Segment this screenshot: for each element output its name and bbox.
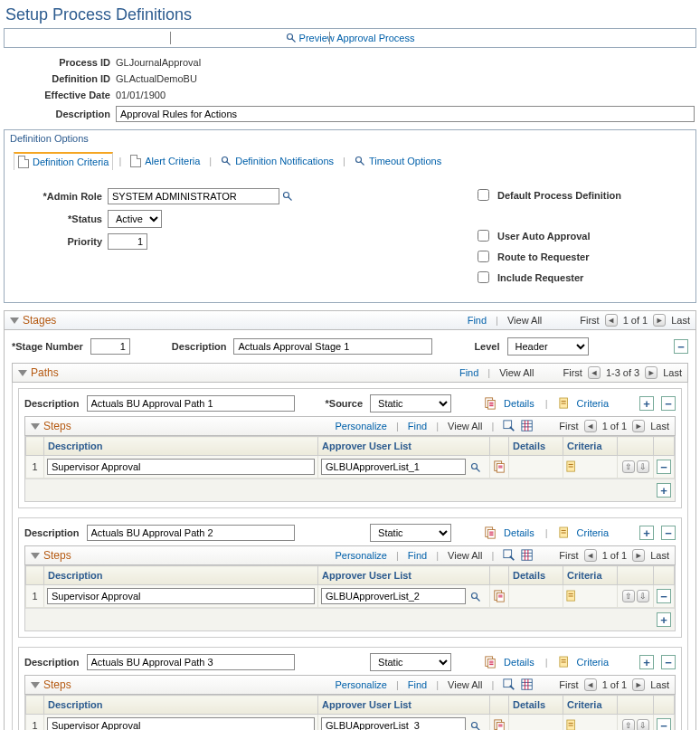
path-details-link[interactable]: Details: [504, 657, 534, 668]
steps-toggle[interactable]: Steps: [31, 549, 71, 562]
step-move-down-button[interactable]: ⇩: [637, 460, 649, 473]
stages-next-button[interactable]: ►: [653, 314, 666, 327]
zoom-icon[interactable]: [503, 420, 516, 432]
path-description-input[interactable]: [87, 525, 295, 541]
step-add-button[interactable]: +: [657, 483, 671, 498]
approver-lookup-icon[interactable]: [470, 721, 481, 730]
path-criteria-link[interactable]: Criteria: [577, 657, 609, 668]
steps-prev-button[interactable]: ◄: [584, 549, 597, 562]
paths-prev-button[interactable]: ◄: [588, 366, 601, 379]
svg-rect-77: [567, 720, 575, 730]
step-description-input[interactable]: [47, 588, 315, 604]
steps-viewall[interactable]: View All: [448, 421, 482, 431]
steps-prev-button[interactable]: ◄: [584, 420, 597, 432]
path-delete-button[interactable]: −: [661, 655, 676, 669]
steps-prev-button[interactable]: ◄: [584, 678, 597, 691]
step-description-input[interactable]: [47, 717, 315, 730]
tab-definition-criteria[interactable]: Definition Criteria: [14, 152, 113, 170]
path-criteria-link[interactable]: Criteria: [577, 398, 609, 409]
paths-find-link[interactable]: Find: [459, 367, 478, 378]
steps-find-link[interactable]: Find: [408, 679, 427, 690]
step-details-doc-icon[interactable]: [493, 590, 506, 602]
path-delete-button[interactable]: −: [661, 526, 676, 540]
step-delete-button[interactable]: −: [657, 718, 671, 730]
description-input[interactable]: [116, 106, 695, 122]
path-source-select[interactable]: Static: [370, 524, 451, 542]
route-to-requester-checkbox[interactable]: [478, 251, 489, 262]
step-move-up-button[interactable]: ⇧: [622, 460, 635, 473]
zoom-icon[interactable]: [503, 678, 516, 691]
step-approver-input[interactable]: [321, 588, 466, 604]
tab-definition-notifications[interactable]: Definition Notifications: [217, 154, 337, 168]
path-add-button[interactable]: +: [639, 655, 654, 669]
step-criteria-doc-icon[interactable]: [566, 719, 577, 730]
grid-icon[interactable]: [521, 549, 534, 562]
preview-approval-link[interactable]: Preview Approval Process: [286, 33, 415, 43]
tab-alert-criteria[interactable]: Alert Criteria: [127, 153, 203, 169]
stage-delete-button[interactable]: −: [674, 339, 688, 354]
stages-viewall[interactable]: View All: [507, 315, 542, 326]
steps-find-link[interactable]: Find: [408, 421, 427, 431]
step-description-input[interactable]: [47, 459, 315, 475]
step-criteria-doc-icon[interactable]: [566, 590, 577, 602]
path-delete-button[interactable]: −: [661, 396, 676, 411]
step-approver-input[interactable]: [321, 717, 466, 730]
step-move-down-button[interactable]: ⇩: [637, 590, 649, 602]
priority-input[interactable]: [108, 233, 147, 250]
path-description-input[interactable]: [87, 395, 295, 412]
paths-toggle[interactable]: Paths: [18, 366, 59, 379]
step-delete-button[interactable]: −: [657, 589, 671, 603]
path-details-link[interactable]: Details: [504, 398, 534, 409]
steps-next-button[interactable]: ►: [632, 549, 645, 562]
stage-level-select[interactable]: Header: [507, 337, 589, 356]
user-auto-approval-checkbox[interactable]: [478, 230, 489, 242]
paths-viewall[interactable]: View All: [499, 367, 534, 378]
steps-personalize-link[interactable]: Personalize: [335, 679, 386, 690]
step-add-button[interactable]: +: [657, 612, 671, 627]
grid-icon[interactable]: [521, 678, 534, 691]
step-details-doc-icon[interactable]: [493, 719, 506, 730]
status-select[interactable]: Active: [108, 210, 162, 228]
steps-find-link[interactable]: Find: [408, 550, 427, 561]
admin-role-lookup-icon[interactable]: [282, 191, 293, 202]
step-move-down-button[interactable]: ⇩: [637, 719, 649, 730]
steps-next-button[interactable]: ►: [632, 420, 645, 432]
step-details-doc-icon[interactable]: [493, 460, 506, 473]
steps-toggle[interactable]: Steps: [31, 420, 71, 432]
path-add-button[interactable]: +: [639, 396, 654, 411]
step-move-up-button[interactable]: ⇧: [622, 719, 635, 730]
path-source-select[interactable]: Static: [370, 394, 451, 412]
stages-toggle[interactable]: Stages: [10, 314, 56, 327]
step-approver-input[interactable]: [321, 459, 466, 475]
steps-toggle[interactable]: Steps: [31, 678, 71, 691]
steps-viewall[interactable]: View All: [448, 679, 482, 690]
grid-icon[interactable]: [521, 420, 534, 432]
steps-viewall[interactable]: View All: [448, 550, 482, 561]
process-id-value: GLJournalApproval: [116, 57, 201, 68]
path-add-button[interactable]: +: [639, 526, 654, 540]
path-description-input[interactable]: [87, 654, 295, 670]
approver-lookup-icon[interactable]: [470, 592, 481, 602]
path-criteria-link[interactable]: Criteria: [577, 527, 609, 538]
path-details-link[interactable]: Details: [504, 527, 534, 538]
collapse-icon: [31, 423, 40, 430]
admin-role-input[interactable]: [108, 188, 279, 204]
approver-lookup-icon[interactable]: [470, 462, 481, 473]
stages-prev-button[interactable]: ◄: [605, 314, 618, 327]
steps-header: Steps Personalize | Find | View All | Fi…: [24, 675, 676, 695]
include-requester-checkbox[interactable]: [478, 271, 489, 283]
step-move-up-button[interactable]: ⇧: [622, 590, 635, 602]
step-criteria-doc-icon[interactable]: [566, 460, 577, 473]
paths-next-button[interactable]: ►: [645, 366, 657, 379]
steps-next-button[interactable]: ►: [632, 678, 645, 691]
stage-number-input[interactable]: [90, 338, 130, 355]
step-delete-button[interactable]: −: [657, 460, 671, 474]
zoom-icon[interactable]: [503, 549, 516, 562]
steps-personalize-link[interactable]: Personalize: [335, 550, 386, 561]
default-process-checkbox[interactable]: [478, 189, 489, 201]
stage-description-input[interactable]: [233, 338, 432, 355]
path-source-select[interactable]: Static: [370, 653, 451, 671]
steps-personalize-link[interactable]: Personalize: [335, 421, 386, 431]
stages-find-link[interactable]: Find: [468, 315, 487, 326]
tab-timeout-options[interactable]: Timeout Options: [351, 154, 445, 168]
